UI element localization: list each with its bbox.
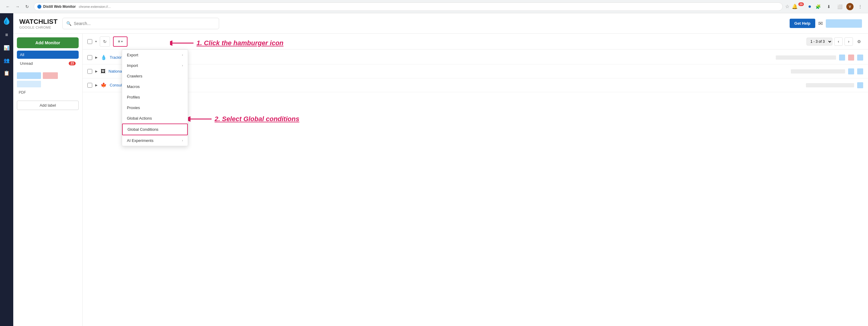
annotation-step2-text: 2. Select Global conditions (215, 115, 299, 123)
browser-chrome: ← → ↻ 🔵 Distill Web Monitor chrome-exten… (0, 0, 868, 13)
table-row: ▶ 💧 Tracking (83, 51, 868, 64)
label-all-text: All (20, 53, 24, 57)
download-button[interactable]: ⬇ (825, 2, 833, 11)
content-area: Add Monitor All Unread 23 (13, 34, 868, 326)
row-blur-1 (776, 56, 836, 60)
extensions-button[interactable]: 🧩 (814, 2, 822, 11)
label-unread-text: Unread (20, 61, 33, 66)
menu-proxies-label: Proxies (127, 105, 140, 110)
topbar: WATCHLIST GOOGLE CHROME 🔍 Get Help ✉ (13, 13, 868, 34)
get-help-button[interactable]: Get Help (789, 19, 815, 28)
pdf-label: PDF (17, 89, 79, 96)
menu-item-proxies[interactable]: Proxies (122, 102, 188, 113)
row-blur-3 (806, 83, 854, 87)
sidebar-item-menu[interactable]: ≡ (1, 30, 12, 40)
favicon-icon: 🔵 (37, 4, 41, 9)
tab-strip-button[interactable]: ⬜ (835, 2, 844, 11)
watchlist-title-block: WATCHLIST GOOGLE CHROME (19, 18, 58, 29)
menu-item-global-actions[interactable]: Global Actions (122, 113, 188, 124)
forward-button[interactable]: → (13, 2, 22, 11)
label-list: All Unread 23 (17, 51, 79, 67)
thumb-row-1 (17, 72, 79, 79)
page-subtitle: GOOGLE CHROME (19, 26, 58, 29)
bookmark-icon[interactable]: ☆ (785, 4, 789, 9)
row-checkbox-3[interactable] (87, 83, 92, 88)
menu-item-ai-experiments[interactable]: AI Experiments › (122, 135, 188, 146)
row-checkbox-2[interactable] (87, 69, 92, 74)
search-icon: 🔍 (66, 21, 71, 26)
row-badge-blue-3 (857, 82, 863, 88)
row-expand-1[interactable]: ▶ (95, 56, 98, 59)
row-expand-2[interactable]: ▶ (95, 70, 98, 73)
hamburger-dropdown-menu: Export › Import › Crawlers Macros Profil (122, 50, 188, 146)
profile-avatar[interactable]: V (846, 3, 854, 10)
sidebar-item-docs[interactable]: 📋 (1, 67, 12, 78)
menu-item-global-conditions[interactable]: Global Conditions (122, 124, 188, 135)
thumb-row-2 (17, 81, 79, 87)
menu-crawlers-label: Crawlers (127, 74, 142, 78)
menu-item-import[interactable]: Import › (122, 60, 188, 71)
prev-page-button[interactable]: ‹ (834, 37, 843, 46)
pagination: 1 - 3 of 3 ‹ › ⚙ (807, 37, 863, 46)
sidebar-item-users[interactable]: 👥 (1, 55, 12, 66)
list-settings-button[interactable]: ⚙ (855, 37, 863, 46)
topbar-decoration (826, 19, 862, 28)
menu-item-export[interactable]: Export › (122, 50, 188, 60)
export-chevron-icon: › (182, 53, 183, 57)
monitor-area: ▾ ↻ ≡ ▾ 1 - 3 of 3 ‹ › ⚙ (83, 34, 868, 326)
refresh-button[interactable]: ↻ (23, 2, 31, 11)
next-page-button[interactable]: › (844, 37, 853, 46)
search-input[interactable] (74, 21, 215, 26)
address-bar[interactable]: 🔵 Distill Web Monitor chrome-extension:/… (34, 2, 783, 11)
notification-icon[interactable]: 🔔 (792, 4, 798, 9)
app-container: ≡ 📊 👥 📋 WATCHLIST GOOGLE CHROME 🔍 Get He… (0, 13, 868, 326)
row-badge-blue-1b (857, 55, 863, 61)
add-monitor-button[interactable]: Add Monitor (17, 37, 79, 48)
select-dropdown-arrow[interactable]: ▾ (95, 40, 97, 43)
menu-ai-experiments-label: AI Experiments (127, 138, 153, 143)
dark-sidebar: ≡ 📊 👥 📋 (0, 13, 13, 326)
row-badge-blue-2b (857, 68, 863, 74)
thumbnail-section: PDF (17, 72, 79, 96)
sidebar-item-chart[interactable]: 📊 (1, 42, 12, 53)
row-checkbox-1[interactable] (87, 55, 92, 60)
row-badge-blue-1 (839, 55, 845, 61)
ai-chevron-icon: › (182, 139, 183, 142)
menu-profiles-label: Profiles (127, 95, 140, 99)
monitor-list: ▶ 💧 Tracking ▶ 🖼 National W (83, 50, 868, 93)
row-favicon-1: 💧 (101, 55, 107, 60)
main-content: WATCHLIST GOOGLE CHROME 🔍 Get Help ✉ Add… (13, 13, 868, 326)
import-chevron-icon: › (182, 64, 183, 67)
menu-item-profiles[interactable]: Profiles (122, 92, 188, 102)
left-panel: Add Monitor All Unread 23 (13, 34, 83, 326)
row-badge-red-1 (848, 55, 854, 61)
back-button[interactable]: ← (4, 2, 12, 11)
label-item-unread[interactable]: Unread 23 (17, 59, 79, 67)
menu-item-crawlers[interactable]: Crawlers (122, 71, 188, 82)
thumb-blue-1 (17, 72, 41, 79)
mail-icon[interactable]: ✉ (818, 20, 823, 27)
thumb-blue-2 (17, 81, 41, 87)
unread-badge: 23 (69, 62, 76, 65)
notification-badge: 29 (798, 2, 804, 6)
label-item-all[interactable]: All (17, 51, 79, 59)
row-blur-2 (791, 69, 845, 73)
select-all-checkbox[interactable] (87, 39, 92, 44)
row-favicon-3: 🍁 (101, 82, 107, 88)
page-select[interactable]: 1 - 3 of 3 (807, 38, 832, 45)
circle-icon: ● (808, 3, 811, 10)
arrow-2-svg (188, 115, 212, 124)
browser-actions: ☆ 🔔 29 ● 🧩 ⬇ ⬜ V ⋮ (785, 2, 864, 11)
search-bar[interactable]: 🔍 (62, 18, 219, 29)
add-label-button[interactable]: Add label (17, 101, 79, 110)
hamburger-menu-button[interactable]: ≡ ▾ (113, 36, 127, 47)
hamburger-dropdown-arrow: ▾ (121, 40, 123, 43)
refresh-button[interactable]: ↻ (100, 36, 110, 47)
menu-item-macros[interactable]: Macros (122, 82, 188, 92)
chrome-menu-button[interactable]: ⋮ (856, 2, 864, 11)
row-expand-3[interactable]: ▶ (95, 84, 98, 87)
app-logo[interactable] (2, 16, 11, 25)
site-name-label: Distill Web Monitor (43, 4, 76, 9)
row-favicon-2: 🖼 (101, 69, 105, 74)
menu-export-label: Export (127, 53, 138, 57)
